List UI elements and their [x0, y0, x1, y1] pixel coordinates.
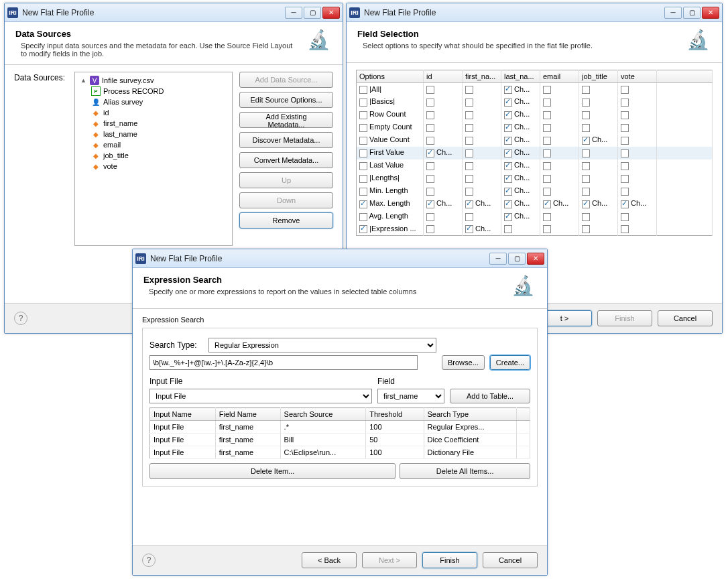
close-button[interactable]: ✕	[702, 7, 719, 19]
maximize-button[interactable]: ▢	[508, 253, 526, 265]
edit-source-options-button[interactable]: Edit Source Options...	[239, 92, 333, 108]
delete-all-items-button[interactable]: Delete All Items...	[400, 463, 530, 479]
discover-metadata-button[interactable]: Discover Metadata...	[239, 132, 333, 148]
expression-table[interactable]: Input NameField NameSearch SourceThresho…	[149, 407, 530, 459]
search-type-select[interactable]: Regular Expression	[208, 338, 436, 352]
window-expression-search: IRI New Flat File Profile ─ ▢ ✕ Expressi…	[132, 249, 548, 576]
maximize-button[interactable]: ▢	[304, 7, 321, 19]
remove-button[interactable]: Remove	[239, 212, 333, 229]
window-title: New Flat File Profile	[150, 254, 488, 263]
banner-title: Data Sources	[15, 29, 298, 39]
data-sources-tree[interactable]: ▲VInfile survey.csv PProcess RECORD 👤Ali…	[74, 72, 233, 246]
create-button[interactable]: Create...	[490, 355, 530, 370]
add-to-table-button[interactable]: Add to Table...	[450, 389, 530, 403]
regex-input[interactable]	[149, 355, 418, 370]
back-button[interactable]: < Back	[302, 552, 357, 568]
app-icon: IRI	[349, 7, 360, 18]
delete-item-button[interactable]: Delete Item...	[149, 463, 396, 479]
field-selection-table[interactable]: Optionsidfirst_na...last_na...emailjob_t…	[356, 70, 713, 236]
window-title: New Flat File Profile	[364, 8, 663, 17]
help-icon[interactable]: ?	[14, 312, 27, 325]
banner-desc: Specify input data sources and the metad…	[15, 42, 298, 58]
input-file-label: Input File	[149, 377, 372, 386]
microscope-icon: 🔬	[509, 275, 536, 302]
maximize-button[interactable]: ▢	[683, 7, 701, 19]
convert-metadata-button[interactable]: Convert Metadata...	[239, 152, 333, 168]
banner-title: Field Selection	[357, 29, 678, 39]
banner-title: Expression Search	[143, 275, 503, 285]
banner-desc: Select options to specify what should be…	[357, 42, 678, 50]
window-title: New Flat File Profile	[22, 8, 284, 17]
close-button[interactable]: ✕	[527, 253, 544, 265]
microscope-icon: 🔬	[305, 29, 332, 56]
cancel-button[interactable]: Cancel	[658, 310, 713, 326]
minimize-button[interactable]: ─	[489, 253, 507, 265]
down-button[interactable]: Down	[239, 192, 333, 208]
browse-button[interactable]: Browse...	[442, 355, 485, 370]
cancel-button[interactable]: Cancel	[483, 552, 538, 568]
microscope-icon: 🔬	[684, 29, 711, 56]
titlebar[interactable]: IRI New Flat File Profile ─ ▢ ✕	[5, 3, 343, 22]
up-button[interactable]: Up	[239, 172, 333, 188]
banner-desc: Specify one or more expressions to repor…	[143, 287, 503, 296]
data-sources-label: Data Sources:	[14, 72, 68, 246]
help-icon[interactable]: ?	[142, 554, 156, 567]
expression-search-group-label: Expression Search	[142, 316, 538, 324]
field-label: Field	[377, 377, 444, 386]
finish-button[interactable]: Finish	[422, 552, 477, 568]
titlebar[interactable]: IRI New Flat File Profile ─ ▢ ✕	[133, 249, 547, 268]
app-icon: IRI	[135, 253, 146, 264]
finish-button[interactable]: Finish	[597, 310, 652, 326]
add-existing-metadata-button[interactable]: Add Existing Metadata...	[239, 112, 333, 128]
app-icon: IRI	[7, 7, 18, 18]
titlebar[interactable]: IRI New Flat File Profile ─ ▢ ✕	[347, 3, 722, 22]
search-type-label: Search Type:	[149, 340, 203, 350]
minimize-button[interactable]: ─	[664, 7, 682, 19]
input-file-select[interactable]: Input File	[149, 389, 372, 403]
field-select[interactable]: first_name	[377, 389, 444, 403]
close-button[interactable]: ✕	[322, 7, 340, 19]
next-button[interactable]: Next >	[362, 552, 417, 568]
minimize-button[interactable]: ─	[285, 7, 302, 19]
add-data-source-button[interactable]: Add Data Source...	[239, 72, 333, 88]
